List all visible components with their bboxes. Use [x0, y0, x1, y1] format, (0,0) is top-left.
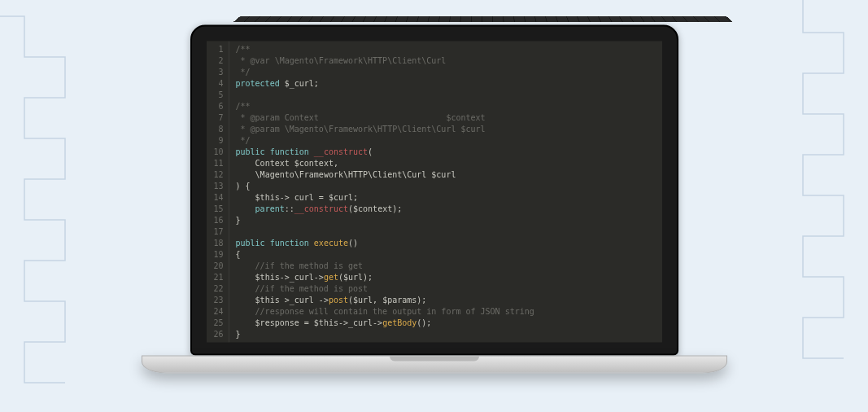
- code-line: }: [236, 329, 534, 340]
- laptop-base: [142, 355, 727, 373]
- code-line: [236, 90, 534, 101]
- line-number: 13: [210, 181, 224, 192]
- line-number-gutter: 1234567891011121314151617181920212223242…: [207, 41, 229, 342]
- line-number: 16: [210, 215, 224, 226]
- line-number: 6: [210, 101, 224, 112]
- code-line: $this-> curl = $curl;: [236, 192, 534, 204]
- code-line: Context $context,: [236, 158, 534, 169]
- line-number: 12: [210, 169, 224, 181]
- code-line: */: [236, 67, 534, 78]
- line-number: 11: [210, 158, 224, 169]
- code-line: //response will contain the output in fo…: [236, 306, 534, 318]
- code-line: /**: [236, 101, 534, 112]
- code-line: [236, 226, 534, 238]
- line-number: 21: [210, 272, 224, 283]
- line-number: 8: [210, 124, 224, 135]
- code-line: * @param \Magento\Framework\HTTP\Client\…: [236, 124, 534, 135]
- code-line: \Magento\Framework\HTTP\Client\Curl $cur…: [236, 169, 534, 181]
- line-number: 2: [210, 55, 224, 67]
- line-number: 19: [210, 249, 224, 261]
- code-line: $response = $this->_curl->getBody();: [236, 318, 534, 329]
- code-line: parent::__construct($context);: [236, 204, 534, 215]
- code-editor-screen: 1234567891011121314151617181920212223242…: [207, 41, 662, 342]
- line-number: 26: [210, 329, 224, 340]
- line-number: 7: [210, 112, 224, 124]
- line-number: 24: [210, 306, 224, 318]
- line-number: 14: [210, 192, 224, 204]
- bg-zigzag-right: [738, 0, 868, 412]
- code-line: //if the method is get: [236, 261, 534, 272]
- code-line: $this->_curl->get($url);: [236, 272, 534, 283]
- code-line: }: [236, 215, 534, 226]
- line-number: 5: [210, 90, 224, 101]
- code-line: /**: [236, 44, 534, 55]
- line-number: 18: [210, 238, 224, 249]
- laptop-keyboard: [233, 16, 733, 22]
- code-line: public function __construct(: [236, 147, 534, 158]
- line-number: 4: [210, 78, 224, 90]
- laptop-illustration: 1234567891011121314151617181920212223242…: [190, 24, 678, 373]
- line-number: 9: [210, 135, 224, 147]
- laptop-bezel: 1234567891011121314151617181920212223242…: [190, 24, 678, 355]
- line-number: 25: [210, 318, 224, 329]
- code-line: * @var \Magento\Framework\HTTP\Client\Cu…: [236, 55, 534, 67]
- line-number: 10: [210, 147, 224, 158]
- line-number: 22: [210, 283, 224, 295]
- bg-zigzag-left: [0, 0, 130, 412]
- code-line: protected $_curl;: [236, 78, 534, 90]
- code-line: * @param Context $context: [236, 112, 534, 124]
- line-number: 23: [210, 295, 224, 306]
- code-line: {: [236, 249, 534, 261]
- code-line: ) {: [236, 181, 534, 192]
- line-number: 1: [210, 44, 224, 55]
- line-number: 15: [210, 204, 224, 215]
- code-line: $this >_curl ->post($url, $params);: [236, 295, 534, 306]
- code-content: /** * @var \Magento\Framework\HTTP\Clien…: [229, 41, 541, 342]
- line-number: 20: [210, 261, 224, 272]
- code-line: */: [236, 135, 534, 147]
- line-number: 3: [210, 67, 224, 78]
- line-number: 17: [210, 226, 224, 238]
- code-line: public function execute(): [236, 238, 534, 249]
- code-line: //if the method is post: [236, 283, 534, 295]
